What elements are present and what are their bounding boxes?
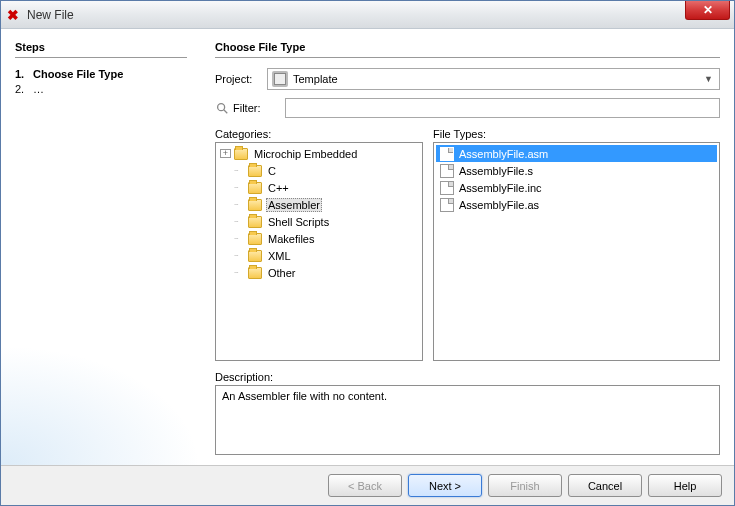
folder-icon bbox=[248, 182, 262, 194]
filter-label: Filter: bbox=[233, 102, 285, 114]
tree-item-xml[interactable]: ····XML bbox=[218, 247, 420, 264]
main-heading: Choose File Type bbox=[215, 41, 720, 58]
description-text: An Assembler file with no content. bbox=[215, 385, 720, 455]
tree-item-cpp[interactable]: ····C++ bbox=[218, 179, 420, 196]
folder-icon bbox=[234, 148, 248, 160]
file-icon bbox=[440, 147, 454, 161]
svg-point-0 bbox=[218, 104, 225, 111]
filetypes-list[interactable]: AssemblyFile.asm AssemblyFile.s Assembly… bbox=[433, 142, 720, 361]
project-select[interactable]: Template ▼ bbox=[267, 68, 720, 90]
tree-item-other[interactable]: ····Other bbox=[218, 264, 420, 281]
filetypes-panel: File Types: AssemblyFile.asm AssemblyFil… bbox=[433, 128, 720, 361]
file-icon bbox=[440, 181, 454, 195]
description-label: Description: bbox=[215, 371, 720, 383]
folder-icon bbox=[248, 199, 262, 211]
next-button[interactable]: Next > bbox=[408, 474, 482, 497]
window-title: New File bbox=[27, 8, 685, 22]
steps-list: 1. Choose File Type 2. … bbox=[15, 68, 187, 95]
description-area: Description: An Assembler file with no c… bbox=[215, 371, 720, 455]
filetype-as[interactable]: AssemblyFile.as bbox=[436, 196, 717, 213]
folder-icon bbox=[248, 250, 262, 262]
categories-label: Categories: bbox=[215, 128, 423, 140]
filetypes-label: File Types: bbox=[433, 128, 720, 140]
button-bar: < Back Next > Finish Cancel Help bbox=[1, 465, 734, 505]
folder-icon bbox=[248, 165, 262, 177]
cancel-button[interactable]: Cancel bbox=[568, 474, 642, 497]
categories-tree[interactable]: + Microchip Embedded ····C ····C++ ····A… bbox=[215, 142, 423, 361]
svg-line-1 bbox=[224, 110, 228, 114]
folder-icon bbox=[248, 233, 262, 245]
titlebar[interactable]: ✖ New File ✕ bbox=[1, 1, 734, 29]
panels: Categories: + Microchip Embedded ····C ·… bbox=[215, 128, 720, 361]
content-area: Steps 1. Choose File Type 2. … Choose Fi… bbox=[1, 29, 734, 465]
steps-heading: Steps bbox=[15, 41, 187, 58]
file-icon bbox=[440, 164, 454, 178]
filetype-inc[interactable]: AssemblyFile.inc bbox=[436, 179, 717, 196]
main-panel: Choose File Type Project: Template ▼ Fil… bbox=[201, 29, 734, 465]
back-button[interactable]: < Back bbox=[328, 474, 402, 497]
folder-icon bbox=[248, 216, 262, 228]
project-label: Project: bbox=[215, 73, 267, 85]
filetype-s[interactable]: AssemblyFile.s bbox=[436, 162, 717, 179]
finish-button[interactable]: Finish bbox=[488, 474, 562, 497]
new-file-dialog: ✖ New File ✕ Steps 1. Choose File Type 2… bbox=[0, 0, 735, 506]
step-choose-file-type: 1. Choose File Type bbox=[15, 68, 187, 80]
filter-row: Filter: bbox=[215, 98, 720, 118]
tree-item-makefiles[interactable]: ····Makefiles bbox=[218, 230, 420, 247]
step-next: 2. … bbox=[15, 83, 187, 95]
app-icon: ✖ bbox=[5, 7, 21, 23]
steps-sidebar: Steps 1. Choose File Type 2. … bbox=[1, 29, 201, 465]
project-row: Project: Template ▼ bbox=[215, 68, 720, 90]
categories-panel: Categories: + Microchip Embedded ····C ·… bbox=[215, 128, 423, 361]
search-icon bbox=[215, 101, 229, 115]
tree-item-shell[interactable]: ····Shell Scripts bbox=[218, 213, 420, 230]
filetype-asm[interactable]: AssemblyFile.asm bbox=[436, 145, 717, 162]
project-icon bbox=[272, 71, 288, 87]
close-button[interactable]: ✕ bbox=[685, 1, 730, 20]
tree-item-assembler[interactable]: ····Assembler bbox=[218, 196, 420, 213]
filter-input[interactable] bbox=[285, 98, 720, 118]
expand-icon[interactable]: + bbox=[220, 149, 231, 158]
help-button[interactable]: Help bbox=[648, 474, 722, 497]
chevron-down-icon: ▼ bbox=[702, 74, 715, 84]
project-value: Template bbox=[293, 73, 338, 85]
folder-icon bbox=[248, 267, 262, 279]
tree-item-root[interactable]: + Microchip Embedded bbox=[218, 145, 420, 162]
tree-item-c[interactable]: ····C bbox=[218, 162, 420, 179]
file-icon bbox=[440, 198, 454, 212]
